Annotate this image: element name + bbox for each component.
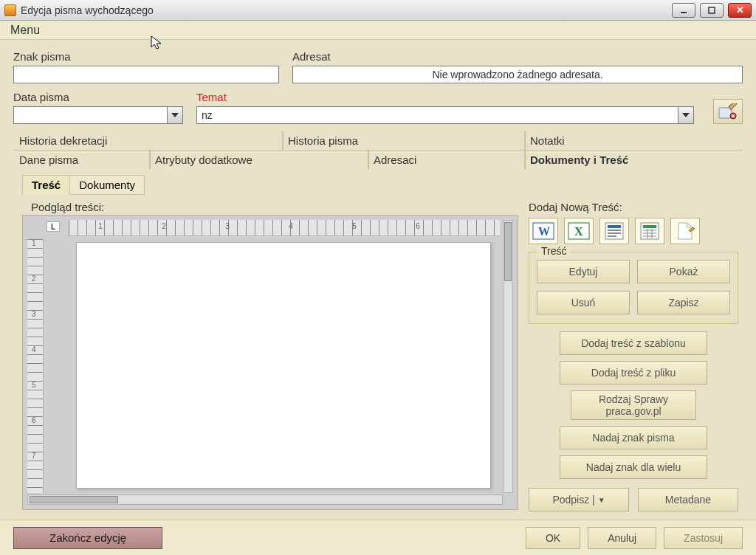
- svg-rect-12: [608, 235, 616, 237]
- nadaj-wielu-button[interactable]: Nadaj znak dla wielu: [560, 455, 707, 479]
- pokaz-button[interactable]: Pokaż: [637, 260, 730, 283]
- dodaj-szablon-button[interactable]: Dodaj treść z szablonu: [560, 331, 707, 355]
- menubar: Menu: [0, 21, 756, 40]
- ruler-vertical: 1 2 3 4 5 6 7: [27, 239, 44, 493]
- maximize-icon: [708, 7, 715, 14]
- edit-topic-button[interactable]: [713, 99, 743, 124]
- ruler-num: 6: [386, 222, 450, 230]
- ruler-num: 3: [32, 310, 36, 345]
- svg-rect-10: [608, 230, 621, 231]
- zastosuj-button[interactable]: Zastosuj: [664, 527, 743, 549]
- svg-text:X: X: [574, 225, 583, 238]
- ruler-num: 7: [32, 452, 36, 487]
- close-icon: ✕: [736, 4, 744, 15]
- tresc-group-title: Treść: [537, 245, 571, 257]
- new-word-button[interactable]: W: [529, 218, 558, 244]
- nadaj-znak-button[interactable]: Nadaj znak pisma: [560, 426, 707, 449]
- edit-icon: [718, 103, 738, 120]
- blank-doc-icon: [676, 221, 695, 241]
- svg-rect-1: [709, 7, 715, 13]
- rodzaj-sprawy-label: Rodzaj Sprawy praca.gov.pl: [577, 393, 690, 417]
- content-area: Znak pisma Adresat Data pisma Temat: [0, 40, 756, 517]
- document-page[interactable]: [76, 242, 491, 489]
- podpisz-label: Podpisz |: [552, 494, 594, 506]
- ruler-num: 2: [32, 275, 36, 310]
- svg-text:W: W: [538, 225, 550, 238]
- subtab-dokumenty[interactable]: Dokumenty: [69, 175, 145, 195]
- ruler-num: 1: [69, 222, 132, 230]
- page-marker: L: [47, 221, 60, 232]
- znak-label: Znak pisma: [13, 50, 279, 63]
- svg-rect-14: [643, 225, 656, 228]
- edytuj-button[interactable]: Edytuj: [537, 260, 630, 283]
- ruler-num: 2: [132, 222, 196, 230]
- dodaj-plik-button[interactable]: Dodaj treść z pliku: [560, 361, 707, 385]
- tab-notatki[interactable]: Notatki: [524, 131, 716, 150]
- minimize-button[interactable]: [672, 3, 695, 18]
- anuluj-button[interactable]: Anuluj: [588, 527, 656, 549]
- minimize-icon: [680, 7, 687, 14]
- word-icon: W: [532, 221, 554, 241]
- menu-item[interactable]: Menu: [10, 24, 40, 37]
- zakoncz-button[interactable]: Zakończ edycję: [13, 527, 162, 549]
- writer-icon: [604, 221, 625, 241]
- temat-dropdown-button[interactable]: [678, 106, 694, 124]
- tab-historia-dekretacji[interactable]: Historia dekretacji: [13, 131, 282, 150]
- app-icon: [4, 4, 16, 16]
- svg-rect-11: [608, 232, 621, 234]
- tabs: Historia dekretacji Historia pisma Notat…: [13, 131, 743, 169]
- preview-label: Podgląd treści:: [31, 201, 518, 213]
- new-excel-button[interactable]: X: [564, 218, 594, 244]
- tab-historia-pisma[interactable]: Historia pisma: [282, 131, 524, 150]
- ok-button[interactable]: OK: [526, 527, 580, 549]
- chevron-down-icon: ▼: [598, 496, 605, 504]
- inner-panel: Treść Dokumenty Podgląd treści: L 1 2 3 …: [22, 175, 738, 511]
- ruler-num: 6: [32, 416, 36, 452]
- excel-icon: X: [568, 221, 590, 241]
- maximize-button[interactable]: [700, 3, 724, 18]
- svg-rect-0: [681, 12, 687, 13]
- ruler-num: 4: [32, 345, 36, 381]
- adresat-input[interactable]: [292, 66, 743, 83]
- temat-label: Temat: [196, 91, 694, 103]
- close-button[interactable]: ✕: [728, 3, 752, 18]
- tab-dane-pisma[interactable]: Dane pisma: [13, 151, 149, 169]
- scrollbar-vertical[interactable]: [503, 220, 513, 493]
- adresat-label: Adresat: [292, 50, 743, 63]
- scrollbar-horizontal[interactable]: [27, 494, 503, 505]
- ruler-num: 5: [32, 381, 36, 416]
- new-blank-button[interactable]: [670, 218, 700, 244]
- footer: Zakończ edycję OK Anuluj Zastosuj: [0, 520, 756, 555]
- svg-rect-9: [608, 225, 621, 228]
- tab-atrybuty[interactable]: Atrybuty dodatkowe: [149, 151, 368, 169]
- window-controls: ✕: [672, 3, 752, 18]
- usun-button[interactable]: Usuń: [537, 291, 630, 314]
- window-title: Edycja pisma wychodzącego: [21, 4, 672, 16]
- metadane-button[interactable]: Metadane: [638, 488, 738, 511]
- znak-input[interactable]: [13, 66, 279, 83]
- ruler-num: 3: [196, 222, 259, 230]
- add-content-label: Dodaj Nową Treść:: [529, 201, 738, 213]
- titlebar: Edycja pisma wychodzącego ✕: [0, 0, 756, 21]
- data-label: Data pisma: [13, 91, 183, 103]
- zapisz-button[interactable]: Zapisz: [637, 291, 730, 314]
- podpisz-button[interactable]: Podpisz | ▼: [529, 488, 629, 511]
- subtab-tresc[interactable]: Treść: [22, 175, 70, 195]
- temat-input[interactable]: [196, 106, 678, 124]
- ruler-num: 4: [259, 222, 323, 230]
- tab-adresaci[interactable]: Adresaci: [368, 151, 524, 169]
- chevron-down-icon: [171, 113, 179, 117]
- data-input[interactable]: [13, 106, 167, 124]
- rodzaj-sprawy-button[interactable]: Rodzaj Sprawy praca.gov.pl: [571, 390, 696, 420]
- new-calc-button[interactable]: [635, 218, 664, 244]
- data-dropdown-button[interactable]: [167, 106, 183, 124]
- ruler-num: 5: [323, 222, 386, 230]
- chevron-down-icon: [682, 113, 690, 117]
- svg-rect-2: [719, 108, 732, 118]
- calc-icon: [639, 221, 660, 241]
- new-writer-button[interactable]: [599, 218, 629, 244]
- tresc-group: Treść Edytuj Pokaż Usuń Zapisz: [529, 252, 738, 324]
- ruler-num: 1: [32, 239, 36, 275]
- tab-dokumenty-tresc[interactable]: Dokumenty i Treść: [524, 151, 743, 169]
- ruler-horizontal: 1 2 3 4 5 6: [69, 220, 500, 236]
